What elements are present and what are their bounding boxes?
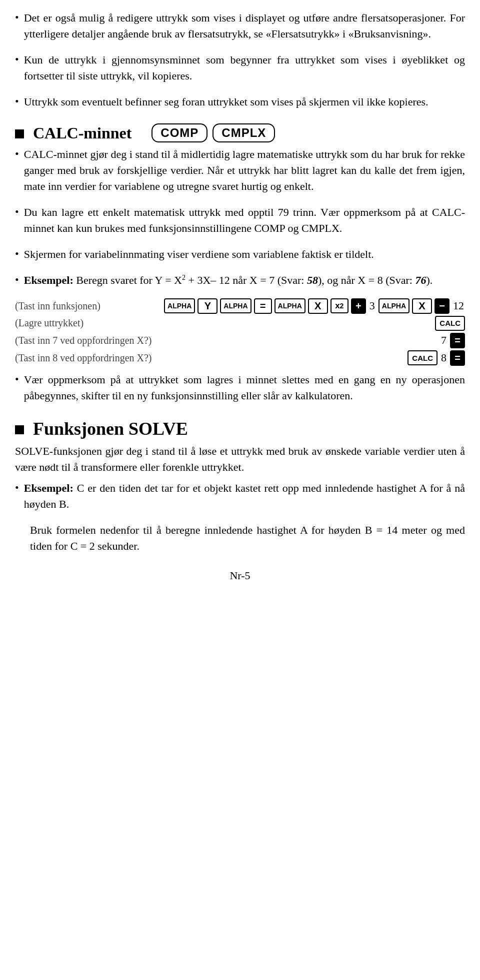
solve-example-label: Eksempel: [24,482,74,494]
calc-text-1: CALC-minnet gjør deg i stand til å midle… [24,146,465,194]
calc-last-text: Vær oppmerksom på at uttrykket som lagre… [24,372,465,404]
calc-section-title: CALC-minnet [33,124,132,142]
calc-bullet-icon-3: • [15,247,19,260]
key-plus: + [351,298,366,314]
mode-badges: COMP CMPLX [152,123,275,142]
key-eq-black-2: = [450,350,465,366]
calc-text-3: Skjermen for variabelinnmating viser ver… [24,246,374,262]
intro-text-2: Kun de uttrykk i gjennomsynsminnet som b… [24,52,465,84]
key-alpha-2: ALPHA [220,298,251,313]
step4-label: (Tast inn 8 ved oppfordringen X?) [15,352,408,364]
solve-example-bullet: • Eksempel: C er den tiden det tar for e… [15,480,465,517]
solve-section-header: Funksjonen SOLVE [15,418,465,439]
key-calc-1: CALC [435,316,465,331]
key-y: Y [198,298,218,314]
key-alpha-3: ALPHA [274,298,306,313]
calc-bullet-2: • Du kan lagre ett enkelt matematisk utt… [15,204,465,241]
intro-bullet-2: • Kun de uttrykk i gjennomsynsminnet som… [15,52,465,89]
num-8: 8 [441,351,446,364]
calc-last-bullet: • Vær oppmerksom på at uttrykket som lag… [15,372,465,409]
solve-text-1: SOLVE-funksjonen gjør deg i stand til å … [15,443,465,475]
step4-row: (Tast inn 8 ved oppfordringen X?) CALC 8… [15,350,465,366]
example-body: Beregn svaret for Y = X2 + 3X– 12 når X … [76,274,432,286]
bullet-icon-2: • [15,53,19,66]
calc-text-2: Du kan lagre ett enkelt matematisk uttry… [24,204,465,236]
page-content: • Det er også mulig å redigere uttrykk s… [15,10,465,582]
solve-example-bullet-icon: • [15,481,19,494]
key-x-1: X [308,298,328,314]
step3-label: (Tast inn 7 ved oppfordringen X?) [15,335,440,346]
calc-example-text: Eksempel: Beregn svaret for Y = X2 + 3X–… [24,272,433,288]
key-alpha-1: ALPHA [164,298,195,313]
num-3: 3 [370,299,375,312]
intro-bullet-1: • Det er også mulig å redigere uttrykk s… [15,10,465,47]
key-calc-2: CALC [408,350,438,365]
key-alpha-4: ALPHA [378,298,410,313]
solve-section-title: Funksjonen SOLVE [33,418,188,439]
num-7: 7 [441,334,446,347]
step4-keys: CALC 8 = [408,350,465,366]
num-12: 12 [453,299,464,312]
step1-row: (Tast inn funksjonen) ALPHA Y ALPHA = AL… [15,298,465,314]
key-eq-black-1: = [450,333,465,348]
comp-badge: COMP [152,123,208,142]
step2-keys: CALC [435,316,465,331]
intro-bullet-3: • Uttrykk som eventuelt befinner seg for… [15,94,465,115]
solve-section: Funksjonen SOLVE SOLVE-funksjonen gjør d… [15,418,465,554]
calc-example-bullet: • [15,273,19,286]
calc-bullet-1: • CALC-minnet gjør deg i stand til å mid… [15,146,465,199]
calc-bullet-icon-2: • [15,205,19,218]
step3-row: (Tast inn 7 ved oppfordringen X?) 7 = [15,333,465,348]
solve-sub-text: Bruk formelen nedenfor til å beregne inn… [30,522,465,554]
step2-label: (Lagre uttrykket) [15,317,435,329]
key-x-2: X [412,298,432,314]
intro-text-1: Det er også mulig å redigere uttrykk som… [24,10,465,42]
key-x2: x2 [330,298,348,313]
bullet-icon-1: • [15,11,19,24]
solve-section-icon [15,425,24,434]
solve-example-text: Eksempel: C er den tiden det tar for et … [24,480,465,512]
step2-row: (Lagre uttrykket) CALC [15,316,465,331]
calc-last-bullet-icon: • [15,373,19,386]
solve-example-body: C er den tiden det tar for et objekt kas… [24,482,465,510]
step1-keys: ALPHA Y ALPHA = ALPHA X x2 + 3 ALPHA X −… [164,298,465,314]
example-label: Eksempel: [24,274,74,286]
key-equals: = [254,298,272,314]
cmplx-badge: CMPLX [212,123,275,142]
key-minus: − [434,298,450,314]
calc-section-header: CALC-minnet COMP CMPLX [15,123,465,142]
calc-section-icon [15,129,24,138]
calc-example: • Eksempel: Beregn svaret for Y = X2 + 3… [15,272,465,293]
intro-text-3: Uttrykk som eventuelt befinner seg foran… [24,94,428,110]
step1-label: (Tast inn funksjonen) [15,300,164,312]
calc-bullet-3: • Skjermen for variabelinnmating viser v… [15,246,465,267]
page-number: Nr-5 [15,569,465,582]
step3-keys: 7 = [440,333,465,348]
bullet-icon-3: • [15,95,19,108]
calc-bullet-icon-1: • [15,147,19,160]
